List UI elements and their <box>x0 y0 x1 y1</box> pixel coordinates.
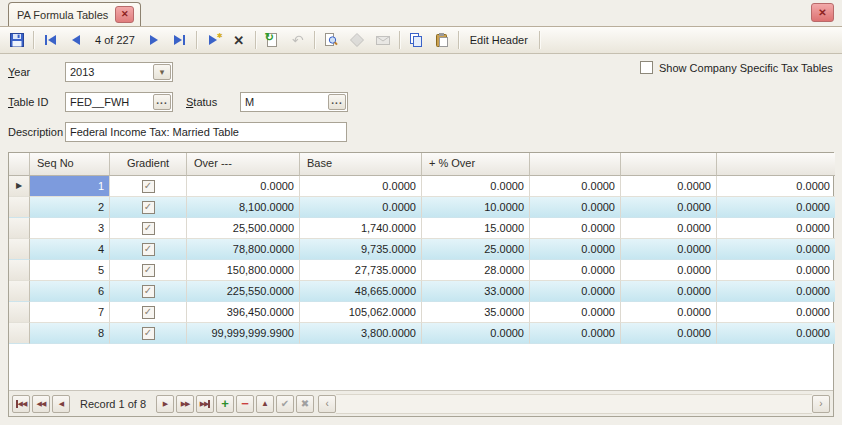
status-input[interactable] <box>241 93 327 111</box>
column-header-gradient[interactable]: Gradient <box>110 153 187 176</box>
nav-append-button[interactable]: + <box>216 395 234 413</box>
base-cell[interactable]: 0.0000 <box>300 197 422 218</box>
base-cell[interactable]: 9,735.0000 <box>300 239 422 260</box>
pct-over-cell[interactable]: 0.0000 <box>422 176 530 197</box>
base-cell[interactable]: 1,740.0000 <box>300 218 422 239</box>
column-header-pct-over[interactable]: + % Over <box>422 153 530 176</box>
horizontal-scrollbar[interactable]: ‹ › <box>318 395 830 413</box>
next-record-button[interactable] <box>141 29 167 52</box>
base-cell[interactable]: 105,062.0000 <box>300 302 422 323</box>
gradient-cell[interactable]: ✓ <box>110 197 187 218</box>
over-cell[interactable]: 150,800.0000 <box>187 260 300 281</box>
col7-cell[interactable]: 0.0000 <box>621 281 717 302</box>
over-cell[interactable]: 225,550.0000 <box>187 281 300 302</box>
gradient-checkbox[interactable]: ✓ <box>142 201 155 214</box>
row-selector[interactable] <box>9 218 30 239</box>
delete-record-button[interactable]: ✕ <box>226 29 252 52</box>
edit-header-button[interactable]: Edit Header <box>462 29 536 52</box>
previous-record-button[interactable] <box>63 29 89 52</box>
column-header-over[interactable]: Over --- <box>187 153 300 176</box>
seq-cell[interactable]: 2 <box>30 197 110 218</box>
tab-pa-formula-tables[interactable]: PA Formula Tables ✕ <box>8 2 141 26</box>
last-record-button[interactable] <box>167 29 193 52</box>
nav-next-button[interactable]: ▶ <box>156 395 174 413</box>
gradient-checkbox[interactable]: ✓ <box>142 243 155 256</box>
year-combobox[interactable]: ▾ <box>65 62 173 82</box>
over-cell[interactable]: 0.0000 <box>187 176 300 197</box>
pct-over-cell[interactable]: 33.0000 <box>422 281 530 302</box>
undo-button[interactable]: ↶ <box>285 29 311 52</box>
seq-cell[interactable]: 3 <box>30 218 110 239</box>
base-cell[interactable]: 27,735.0000 <box>300 260 422 281</box>
column-header-6[interactable] <box>530 153 621 176</box>
scrollbar-track[interactable] <box>336 394 812 414</box>
nav-prev-button[interactable]: ◀ <box>52 395 70 413</box>
col6-cell[interactable]: 0.0000 <box>530 239 621 260</box>
gradient-cell[interactable]: ✓ <box>110 323 187 344</box>
column-header-base[interactable]: Base <box>300 153 422 176</box>
base-cell[interactable]: 0.0000 <box>300 176 422 197</box>
gradient-cell[interactable]: ✓ <box>110 176 187 197</box>
seq-cell[interactable]: 5 <box>30 260 110 281</box>
row-selector[interactable]: ▶ <box>9 176 30 197</box>
description-field[interactable] <box>65 122 347 142</box>
row-selector[interactable] <box>9 302 30 323</box>
window-close-button[interactable]: ✕ <box>811 3 834 22</box>
gradient-checkbox[interactable]: ✓ <box>142 264 155 277</box>
col8-cell[interactable]: 0.0000 <box>717 302 835 323</box>
over-cell[interactable]: 78,800.0000 <box>187 239 300 260</box>
over-cell[interactable]: 25,500.0000 <box>187 218 300 239</box>
seq-cell[interactable]: 1 <box>30 176 110 197</box>
col8-cell[interactable]: 0.0000 <box>717 239 835 260</box>
tab-close-icon[interactable]: ✕ <box>115 6 134 23</box>
nav-cancel-button[interactable]: ✖ <box>296 395 314 413</box>
row-selector[interactable] <box>9 239 30 260</box>
col7-cell[interactable]: 0.0000 <box>621 176 717 197</box>
row-selector[interactable] <box>9 197 30 218</box>
gradient-cell[interactable]: ✓ <box>110 302 187 323</box>
col7-cell[interactable]: 0.0000 <box>621 197 717 218</box>
row-selector[interactable] <box>9 323 30 344</box>
seq-cell[interactable]: 4 <box>30 239 110 260</box>
nav-prev-page-button[interactable]: ◀◀ <box>32 395 50 413</box>
pct-over-cell[interactable]: 10.0000 <box>422 197 530 218</box>
base-cell[interactable]: 48,665.0000 <box>300 281 422 302</box>
pct-over-cell[interactable]: 15.0000 <box>422 218 530 239</box>
col6-cell[interactable]: 0.0000 <box>530 197 621 218</box>
column-header-8[interactable] <box>717 153 835 176</box>
nav-delete-button[interactable]: − <box>236 395 254 413</box>
col7-cell[interactable]: 0.0000 <box>621 218 717 239</box>
seq-cell[interactable]: 6 <box>30 281 110 302</box>
year-input[interactable] <box>66 63 152 81</box>
gradient-cell[interactable]: ✓ <box>110 239 187 260</box>
gradient-cell[interactable]: ✓ <box>110 281 187 302</box>
col8-cell[interactable]: 0.0000 <box>717 218 835 239</box>
gradient-checkbox[interactable]: ✓ <box>142 327 155 340</box>
table-id-input[interactable] <box>66 93 152 111</box>
scroll-right-button[interactable]: › <box>812 395 830 413</box>
new-record-button[interactable]: ✱ <box>200 29 226 52</box>
col6-cell[interactable]: 0.0000 <box>530 260 621 281</box>
print-preview-button[interactable] <box>318 29 344 52</box>
column-header-seq-no[interactable]: Seq No <box>30 153 110 176</box>
refresh-button[interactable]: ↻ <box>259 29 285 52</box>
nav-next-page-button[interactable]: ▶▶ <box>176 395 194 413</box>
pct-over-cell[interactable]: 35.0000 <box>422 302 530 323</box>
col8-cell[interactable]: 0.0000 <box>717 260 835 281</box>
paste-button[interactable] <box>429 29 455 52</box>
col7-cell[interactable]: 0.0000 <box>621 260 717 281</box>
col8-cell[interactable]: 0.0000 <box>717 281 835 302</box>
col8-cell[interactable]: 0.0000 <box>717 323 835 344</box>
col7-cell[interactable]: 0.0000 <box>621 239 717 260</box>
column-header-7[interactable] <box>621 153 717 176</box>
col6-cell[interactable]: 0.0000 <box>530 302 621 323</box>
gradient-checkbox[interactable]: ✓ <box>142 180 155 193</box>
nav-post-button[interactable]: ✔ <box>276 395 294 413</box>
gradient-checkbox[interactable]: ✓ <box>142 222 155 235</box>
process-button[interactable] <box>344 29 370 52</box>
description-input[interactable] <box>66 123 346 141</box>
status-field[interactable]: ... <box>240 92 348 112</box>
pct-over-cell[interactable]: 0.0000 <box>422 323 530 344</box>
row-selector[interactable] <box>9 281 30 302</box>
over-cell[interactable]: 8,100.0000 <box>187 197 300 218</box>
